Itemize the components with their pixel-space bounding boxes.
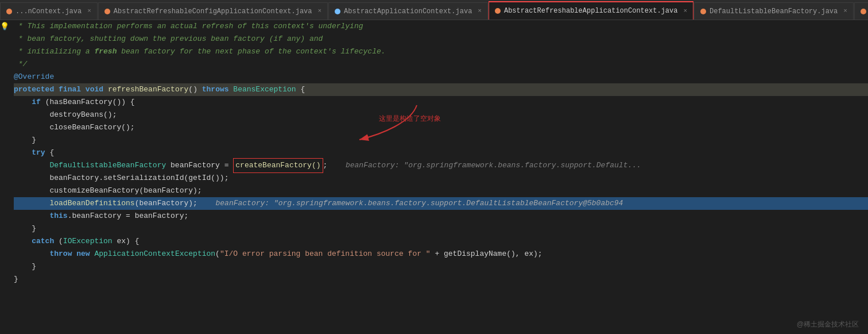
code-line-1: * This implementation performs an actual… [14,20,868,33]
code-line-19: throw new ApplicationContextException("I… [14,248,868,260]
code-content: * This implementation performs an actual… [9,20,868,334]
code-line-4: */ [14,58,868,71]
tab-icon-1 [6,9,12,14]
tab-bar: ...nContext.java × AbstractRefreshableCo… [0,0,868,20]
tab-close-3[interactable]: × [478,8,482,14]
tab-default-listable[interactable]: DefaultListableBeanFactory.java × [694,2,854,20]
code-line-20: } [14,260,868,273]
code-line-13: beanFactory.setSerializationId(getId()); [14,172,868,185]
code-line-15: loadBeanDefinitions(beanFactory); beanFa… [14,197,868,210]
code-line-2: * bean factory, shutting down the previo… [14,33,868,45]
tab-label-5: DefaultListableBeanFactory.java [710,7,838,16]
code-line-16: this.beanFactory = beanFactory; [14,210,868,222]
code-line-12: DefaultListableBeanFactory beanFactory =… [14,159,868,172]
code-line-5: @Override [14,71,868,83]
tab-close-2[interactable]: × [317,8,321,14]
code-line-3: * initializing a fresh bean factory for … [14,45,868,58]
gutter-icons: 💡 [0,20,9,33]
code-line-6: protected final void refreshBeanFactory(… [14,83,868,96]
code-line-11: try { [14,147,868,159]
create-bean-factory-highlight: createBeanFactory() [233,158,323,173]
tab-close-5[interactable]: × [843,8,847,14]
tab-icon-3 [335,9,340,14]
tab-label-3: AbstractApplicationContext.java [344,7,472,16]
code-line-10: } [14,134,868,147]
code-line-14: customizeBeanFactory(beanFactory); [14,185,868,197]
tab-abstract-app[interactable]: AbstractApplicationContext.java × [328,2,488,20]
code-line-18: catch (IOException ex) { [14,235,868,248]
editor-container: ...nContext.java × AbstractRefreshableCo… [0,0,868,334]
gutter-left: 💡 [0,20,9,334]
tab-icon-5 [700,9,706,14]
code-line-7: if (hasBeanFactory()) { [14,96,868,109]
tab-close-1[interactable]: × [87,8,91,14]
code-line-9: closeBeanFactory(); [14,121,868,134]
code-line-17: } [14,222,868,235]
tab-label-4: AbstractRefreshableApplicationContext.ja… [504,7,677,15]
tab-refreshable-config[interactable]: AbstractRefreshableConfigApplicationCont… [98,2,328,20]
tab-close-4[interactable]: × [683,8,687,14]
code-area: 💡 * This implemen [0,20,868,334]
tab-refreshable-app[interactable]: AbstractRefreshableApplicationContext.ja… [489,1,693,20]
tab-label-2: AbstractRefreshableConfigApplicationCont… [114,7,312,16]
tab-context[interactable]: ...nContext.java × [0,2,98,20]
tab-icon-4 [495,8,501,14]
tab-icon-6 [861,9,866,14]
tab-label-1: ...nContext.java [16,7,82,16]
tab-icon-2 [104,9,110,14]
bulb-icon: 💡 [0,20,9,33]
watermark: @稀土掘金技术社区 [797,318,859,331]
code-line-21: } [14,273,868,286]
code-line-8: destroyBeans(); [14,109,868,121]
tab-spring-props[interactable]: SpringPropertie... × [854,2,868,20]
